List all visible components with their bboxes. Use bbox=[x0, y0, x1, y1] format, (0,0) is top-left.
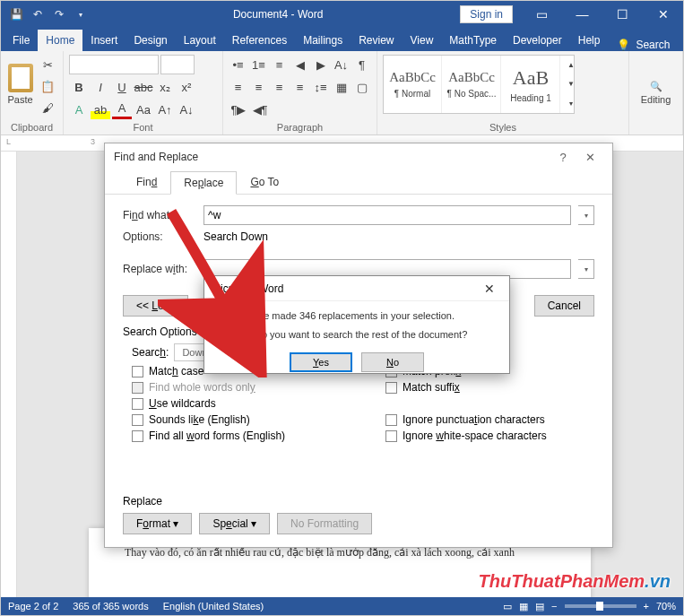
increase-indent-icon[interactable]: ▶ bbox=[311, 55, 330, 74]
numbering-icon[interactable]: 1≡ bbox=[249, 55, 268, 74]
style-nospacing[interactable]: AaBbCc¶ No Spac... bbox=[443, 56, 501, 113]
language-status[interactable]: English (United States) bbox=[163, 601, 264, 612]
cancel-button[interactable]: Cancel bbox=[534, 295, 594, 317]
share-button[interactable]: 👤Share bbox=[679, 39, 684, 51]
find-what-input[interactable] bbox=[203, 205, 571, 225]
special-button[interactable]: Special ▾ bbox=[199, 513, 270, 534]
match-suffix-checkbox[interactable] bbox=[385, 382, 397, 394]
change-case-icon[interactable]: Aa bbox=[134, 100, 153, 119]
tab-view[interactable]: View bbox=[403, 30, 442, 51]
ltr-icon[interactable]: ¶▶ bbox=[229, 100, 248, 119]
tab-review[interactable]: Review bbox=[351, 30, 402, 51]
tab-references[interactable]: References bbox=[224, 30, 295, 51]
shrink-font-icon[interactable]: A↓ bbox=[177, 100, 196, 119]
decrease-indent-icon[interactable]: ◀ bbox=[290, 55, 309, 74]
tab-help[interactable]: Help bbox=[570, 30, 609, 51]
tab-find[interactable]: Find bbox=[123, 170, 170, 194]
minimize-icon[interactable]: ― bbox=[562, 1, 602, 28]
format-button[interactable]: Format ▾ bbox=[123, 513, 192, 534]
format-painter-icon[interactable]: 🖌 bbox=[38, 98, 57, 117]
msgbox-titlebar[interactable]: Microsoft Word ✕ bbox=[204, 276, 509, 301]
align-center-icon[interactable]: ≡ bbox=[249, 77, 268, 97]
match-case-checkbox[interactable] bbox=[132, 366, 143, 377]
tab-replace[interactable]: Replace bbox=[170, 171, 237, 195]
zoom-slider[interactable] bbox=[565, 604, 636, 608]
sounds-like-checkbox[interactable] bbox=[132, 414, 143, 426]
align-right-icon[interactable]: ≡ bbox=[270, 77, 289, 97]
ignore-white-checkbox[interactable] bbox=[385, 430, 397, 442]
bullets-icon[interactable]: •≡ bbox=[229, 55, 247, 74]
ribbon-options-icon[interactable]: ▭ bbox=[522, 1, 562, 28]
subscript-button[interactable]: x₂ bbox=[155, 77, 175, 97]
font-name-combo[interactable] bbox=[69, 55, 159, 74]
copy-icon[interactable]: 📋 bbox=[38, 76, 57, 96]
strikethrough-button[interactable]: abc bbox=[134, 77, 153, 97]
rtl-icon[interactable]: ◀¶ bbox=[250, 100, 270, 119]
tab-file[interactable]: File bbox=[4, 30, 38, 51]
multilevel-icon[interactable]: ≡ bbox=[270, 55, 289, 74]
no-button[interactable]: No bbox=[361, 352, 424, 372]
sort-icon[interactable]: A↓ bbox=[332, 55, 351, 74]
underline-button[interactable]: U bbox=[112, 77, 132, 97]
wildcards-checkbox[interactable] bbox=[132, 398, 143, 410]
document-text[interactable]: Thay vào đó, có ăn rất nhiều rau củ, đặc… bbox=[125, 546, 555, 560]
web-layout-icon[interactable]: ▤ bbox=[535, 601, 544, 612]
text-effects-icon[interactable]: A bbox=[69, 100, 89, 119]
yes-button[interactable]: Yes bbox=[290, 352, 352, 372]
vertical-ruler[interactable] bbox=[1, 152, 17, 597]
tab-goto[interactable]: Go To bbox=[237, 170, 292, 194]
dialog-help-icon[interactable]: ? bbox=[550, 151, 576, 164]
tab-mathtype[interactable]: MathType bbox=[441, 30, 505, 51]
cut-icon[interactable]: ✂ bbox=[38, 55, 57, 74]
sign-in-button[interactable]: Sign in bbox=[460, 5, 513, 23]
justify-icon[interactable]: ≡ bbox=[290, 77, 309, 97]
word-count[interactable]: 365 of 365 words bbox=[73, 601, 148, 612]
style-heading1[interactable]: AaBHeading 1 bbox=[502, 56, 560, 113]
superscript-button[interactable]: x² bbox=[177, 77, 196, 97]
tab-design[interactable]: Design bbox=[126, 30, 175, 51]
tab-developer[interactable]: Developer bbox=[505, 30, 570, 51]
msgbox-close-icon[interactable]: ✕ bbox=[477, 282, 502, 296]
styles-gallery[interactable]: AaBbCc¶ Normal AaBbCc¶ No Spac... AaBHea… bbox=[383, 55, 575, 114]
style-normal[interactable]: AaBbCc¶ Normal bbox=[384, 56, 442, 113]
italic-button[interactable]: I bbox=[91, 77, 110, 97]
read-mode-icon[interactable]: ▭ bbox=[503, 601, 512, 612]
tab-insert[interactable]: Insert bbox=[82, 30, 126, 51]
align-left-icon[interactable]: ≡ bbox=[229, 77, 247, 97]
bold-button[interactable]: B bbox=[69, 77, 89, 97]
shading-icon[interactable]: ▦ bbox=[332, 77, 351, 97]
font-size-combo[interactable] bbox=[160, 55, 195, 74]
undo-icon[interactable]: ↶ bbox=[28, 4, 48, 24]
grow-font-icon[interactable]: A↑ bbox=[155, 100, 175, 119]
show-marks-icon[interactable]: ¶ bbox=[352, 55, 371, 74]
zoom-level[interactable]: 70% bbox=[656, 601, 676, 612]
styles-down-icon[interactable]: ▼ bbox=[561, 74, 581, 93]
font-color-icon[interactable]: A bbox=[112, 100, 132, 119]
word-forms-checkbox[interactable] bbox=[132, 430, 143, 442]
editing-button[interactable]: 🔍Editing bbox=[637, 64, 675, 123]
tab-home[interactable]: Home bbox=[38, 30, 82, 51]
tab-mailings[interactable]: Mailings bbox=[295, 30, 351, 51]
replace-history-icon[interactable]: ▾ bbox=[578, 259, 594, 279]
tab-layout[interactable]: Layout bbox=[176, 30, 224, 51]
redo-icon[interactable]: ↷ bbox=[49, 4, 69, 24]
styles-up-icon[interactable]: ▲ bbox=[561, 56, 581, 74]
line-spacing-icon[interactable]: ↕≡ bbox=[311, 77, 330, 97]
paste-button[interactable]: Paste bbox=[6, 55, 34, 114]
close-icon[interactable]: ✕ bbox=[643, 1, 683, 28]
print-layout-icon[interactable]: ▦ bbox=[519, 601, 528, 612]
dialog-close-icon[interactable]: ✕ bbox=[576, 151, 603, 164]
zoom-out-icon[interactable]: − bbox=[551, 601, 557, 612]
search-box[interactable]: 💡Search bbox=[608, 39, 679, 51]
ignore-punct-checkbox[interactable] bbox=[385, 414, 397, 426]
page-status[interactable]: Page 2 of 2 bbox=[8, 601, 58, 612]
dialog-titlebar[interactable]: Find and Replace ? ✕ bbox=[105, 143, 612, 170]
styles-more-icon[interactable]: ▾ bbox=[561, 94, 581, 113]
borders-icon[interactable]: ▢ bbox=[352, 77, 371, 97]
save-icon[interactable]: 💾 bbox=[6, 4, 26, 24]
less-button[interactable]: << Less bbox=[123, 295, 188, 317]
qat-customize-icon[interactable]: ▾ bbox=[71, 4, 91, 24]
highlight-icon[interactable]: ab bbox=[91, 100, 110, 119]
zoom-in-icon[interactable]: + bbox=[644, 601, 649, 612]
find-history-icon[interactable]: ▾ bbox=[578, 205, 594, 225]
